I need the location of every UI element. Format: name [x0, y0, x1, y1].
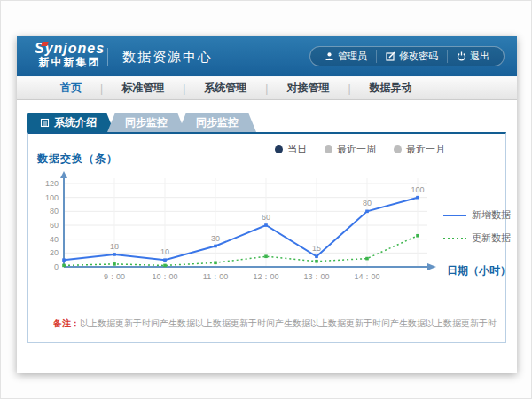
y-axis-title: 数据交换（条） [37, 152, 118, 167]
user-menu-label: 修改密码 [399, 50, 438, 63]
radio-label: 最近一月 [406, 143, 445, 156]
page-title: 数据资源中心 [107, 48, 213, 66]
footnote: 备注：以上数据更新于时间产生数据以上数据更新于时间产生数据以上数据更新于时间产生… [53, 317, 497, 330]
x-tick-label: 14：00 [354, 272, 379, 281]
x-tick-label: 9：00 [104, 272, 125, 281]
x-tick-label: 10：00 [152, 272, 177, 281]
data-point [264, 254, 268, 258]
radio-option-0[interactable]: 当日 [275, 143, 307, 156]
y-tick-label: 80 [50, 207, 59, 215]
legend-swatch [443, 236, 466, 241]
y-tick-label: 60 [50, 221, 59, 230]
y-tick-label: 120 [45, 179, 59, 188]
main-nav: 首页|标准管理|系统管理|对接管理|数据异动 [17, 76, 517, 100]
point-label: 100 [411, 185, 424, 194]
point-label: 15 [312, 244, 321, 253]
radio-option-1[interactable]: 最近一周 [325, 143, 376, 156]
brand-logo: Synjones 新中新集团 [35, 41, 105, 68]
radio-dot [394, 145, 402, 153]
data-point [264, 223, 268, 227]
tab-label: 同步监控 [125, 115, 168, 130]
nav-item-0[interactable]: 首页 [42, 81, 100, 96]
chart-panel: 当日最近一周最近一月 数据交换（条） 0204060801001209：0010… [27, 132, 506, 343]
data-point [315, 260, 318, 263]
tab-label: 同步监控 [196, 115, 239, 130]
chart-legend: 新增数据更新数据 [443, 208, 511, 254]
legend-label: 更新数据 [472, 231, 511, 245]
data-point [365, 210, 369, 214]
legend-item-0[interactable]: 新增数据 [443, 208, 511, 222]
line-chart: 0204060801001209：0010：0011：0012：0013：001… [37, 171, 454, 288]
y-tick-label: 100 [45, 193, 59, 202]
user-menu-label: 退出 [470, 50, 489, 63]
power-icon [457, 51, 466, 61]
data-point [113, 253, 116, 256]
legend-swatch [443, 213, 466, 218]
data-point [315, 254, 318, 258]
app-header: Synjones 新中新集团 数据资源中心 管理员修改密码退出 [17, 36, 517, 76]
radio-option-2[interactable]: 最近一月 [394, 143, 445, 156]
y-axis-arrow [60, 171, 67, 178]
y-tick-label: 0 [54, 262, 59, 271]
radio-dot [275, 145, 283, 153]
user-menu-label: 管理员 [338, 50, 367, 63]
tab-label: 系统介绍 [54, 115, 97, 130]
screenshot-frame: Synjones 新中新集团 数据资源中心 管理员修改密码退出 首页|标准管理|… [0, 0, 532, 399]
data-point [163, 264, 167, 268]
data-point [62, 258, 66, 262]
footnote-prefix: 备注： [53, 318, 80, 328]
x-axis-arrow [427, 263, 436, 270]
user-menu-item-0[interactable]: 管理员 [316, 50, 376, 63]
legend-label: 新增数据 [472, 208, 511, 222]
legend-item-1[interactable]: 更新数据 [443, 231, 511, 245]
radio-dot [325, 145, 332, 153]
data-point [214, 245, 217, 248]
data-point [113, 262, 116, 266]
data-point [416, 196, 419, 200]
user-menu: 管理员修改密码退出 [309, 46, 505, 66]
footnote-text: 以上数据更新于时间产生数据以上数据更新于时间产生数据以上数据更新于时间产生数据以… [80, 318, 497, 328]
user-menu-item-1[interactable]: 修改密码 [376, 50, 447, 63]
point-label: 10 [160, 247, 169, 256]
tab-0[interactable]: 系统介绍 [27, 113, 114, 132]
nav-item-4[interactable]: 数据异动 [351, 81, 431, 96]
data-point [365, 257, 369, 261]
tab-2[interactable]: 同步监控 [178, 113, 256, 132]
nav-item-3[interactable]: 对接管理 [268, 81, 348, 96]
tab-bar: 系统介绍同步监控同步监控 [27, 113, 256, 132]
content-area: 系统介绍同步监控同步监控 当日最近一周最近一月 数据交换（条） 02040608… [17, 100, 517, 373]
x-tick-label: 12：00 [253, 272, 278, 281]
time-range-filter: 当日最近一周最近一月 [275, 143, 445, 156]
data-point [163, 258, 167, 262]
x-tick-label: 11：00 [203, 272, 228, 281]
radio-label: 当日 [287, 143, 307, 156]
x-axis-title: 日期（小时） [447, 263, 511, 278]
y-tick-label: 40 [50, 235, 59, 244]
point-label: 60 [262, 213, 270, 222]
edit-icon [386, 51, 395, 61]
point-label: 18 [110, 242, 119, 251]
nav-item-2[interactable]: 系统管理 [185, 81, 265, 96]
user-menu-item-2[interactable]: 退出 [447, 50, 498, 63]
tab-1[interactable]: 同步监控 [107, 113, 185, 132]
app-window: Synjones 新中新集团 数据资源中心 管理员修改密码退出 首页|标准管理|… [17, 36, 517, 373]
data-point [62, 264, 66, 268]
data-point [214, 262, 217, 265]
point-label: 30 [211, 234, 220, 243]
logo-text-cn: 新中新集团 [35, 57, 105, 68]
point-label: 80 [363, 199, 372, 207]
user-icon [325, 51, 334, 61]
radio-label: 最近一周 [337, 143, 376, 156]
y-tick-label: 20 [50, 248, 59, 257]
data-point [416, 234, 419, 238]
document-icon [40, 118, 50, 128]
x-tick-label: 13：00 [303, 272, 329, 281]
nav-item-1[interactable]: 标准管理 [103, 81, 183, 96]
